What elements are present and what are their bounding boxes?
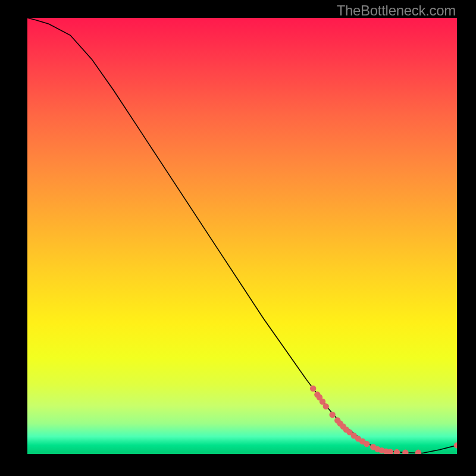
curve-marker <box>359 439 365 444</box>
chart-container: TheBottleneck.com <box>0 0 476 476</box>
chart-svg <box>27 18 457 454</box>
curve-marker <box>374 446 380 452</box>
curve-marker <box>402 450 408 454</box>
curve-marker <box>320 399 325 405</box>
watermark-text: TheBottleneck.com <box>337 2 456 19</box>
curve-marker <box>454 442 457 448</box>
bottleneck-curve <box>27 18 457 453</box>
curve-marker <box>329 412 335 418</box>
curve-marker <box>343 427 349 433</box>
curve-marker <box>337 420 343 426</box>
curve-marker <box>364 441 369 447</box>
curve-marker <box>314 392 320 397</box>
curve-marker <box>370 444 376 450</box>
curve-marker <box>394 449 400 454</box>
plot-area <box>27 18 457 454</box>
curve-marker <box>310 386 316 392</box>
curve-marker <box>415 450 421 454</box>
curve-marker <box>387 449 393 454</box>
curve-marker <box>351 433 357 439</box>
curve-marker <box>323 403 329 409</box>
curve-marker <box>334 417 340 423</box>
curve-marker <box>383 448 389 454</box>
curve-marker <box>317 394 322 400</box>
curve-marker <box>378 447 384 453</box>
curve-marker <box>355 436 361 441</box>
marker-group <box>310 386 457 454</box>
curve-marker <box>346 429 352 435</box>
curve-marker <box>340 424 346 430</box>
